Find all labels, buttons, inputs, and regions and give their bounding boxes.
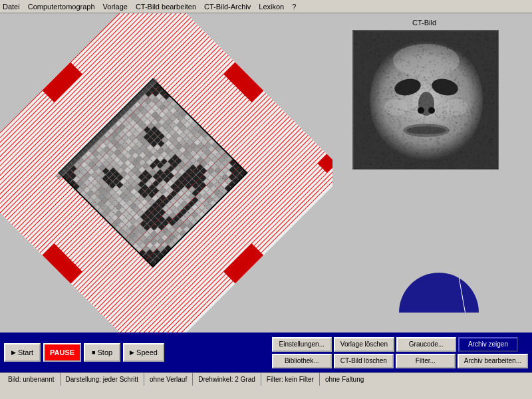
status-faltung: ohne Faltung xyxy=(320,373,369,386)
start-label: Start xyxy=(18,348,33,356)
menu-datei[interactable]: Datei xyxy=(3,3,20,11)
left-panel xyxy=(0,13,332,332)
speed-button[interactable]: ▶ Speed xyxy=(123,343,164,362)
start-button[interactable]: ▶ Start xyxy=(4,343,41,362)
start-icon: ▶ xyxy=(11,349,16,356)
stop-button[interactable]: ■ Stop xyxy=(84,343,120,362)
pause-label: PAUSE xyxy=(50,348,74,356)
ct-scan-canvas xyxy=(0,13,332,332)
archiv-bearbeiten-button[interactable]: Archiv bearbeiten... xyxy=(458,354,528,368)
einstellungen-button[interactable]: Einstellungen... xyxy=(272,337,332,352)
stop-label: Stop xyxy=(97,348,112,356)
menu-ctbild-bearbeiten[interactable]: CT-Bild bearbeiten xyxy=(136,3,196,11)
ctbild-loeschen-button[interactable]: CT-Bild löschen xyxy=(334,354,394,368)
right-panel: CT-Bild xyxy=(332,13,532,332)
semicircle-indicator xyxy=(399,273,479,313)
right-toolbar-row2: Bibliothek... CT-Bild löschen Filter... … xyxy=(272,354,528,368)
right-toolbar-row1: Einstellungen... Vorlage löschen Graucod… xyxy=(272,337,528,352)
vorlage-loeschen-button[interactable]: Vorlage löschen xyxy=(334,337,394,352)
status-filter: Filter: kein Filter xyxy=(261,373,320,386)
stop-icon: ■ xyxy=(92,349,95,356)
menu-vorlage[interactable]: Vorlage xyxy=(103,3,128,11)
menu-lexikon[interactable]: Lexikon xyxy=(259,3,284,11)
bibliothek-button[interactable]: Bibliothek... xyxy=(272,354,332,368)
right-toolbar: Einstellungen... Vorlage löschen Graucod… xyxy=(272,337,528,368)
status-drehwinkel: Drehwinkel: 2 Grad xyxy=(193,373,261,386)
filter-button[interactable]: Filter... xyxy=(396,354,456,368)
speed-icon: ▶ xyxy=(130,349,134,356)
main-content: CT-Bild xyxy=(0,13,532,332)
toolbar: ▶ Start PAUSE ■ Stop ▶ Speed Einstellung… xyxy=(0,332,532,372)
graucode-button[interactable]: Graucode... xyxy=(396,337,456,352)
status-darstellung: Darstellung: jeder Schritt xyxy=(61,373,145,386)
status-verlauf: ohne Verlauf xyxy=(144,373,193,386)
semicircle-line xyxy=(458,273,466,313)
speed-label: Speed xyxy=(136,348,158,356)
statusbar: Bild: unbenannt Darstellung: jeder Schri… xyxy=(0,372,532,386)
menubar: Datei Computertomograph Vorlage CT-Bild … xyxy=(0,0,532,13)
archiv-zeigen-button[interactable]: Archiv zeigen xyxy=(458,337,518,352)
ct-face-canvas xyxy=(353,31,499,170)
menu-help[interactable]: ? xyxy=(292,3,296,11)
menu-ctbild-archiv[interactable]: CT-Bild-Archiv xyxy=(204,3,251,11)
ct-image-box xyxy=(352,30,499,170)
ct-image-label: CT-Bild xyxy=(412,19,436,27)
pause-button[interactable]: PAUSE xyxy=(43,343,81,362)
menu-computertomograph[interactable]: Computertomograph xyxy=(28,3,95,11)
status-bild: Bild: unbenannt xyxy=(3,373,61,386)
